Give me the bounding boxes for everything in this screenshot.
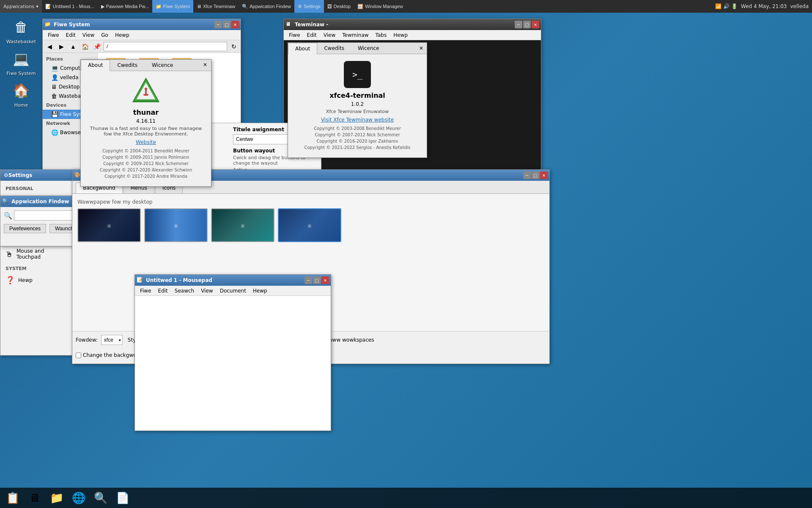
about-tab-cwedits[interactable]: Cwedits [110,60,144,71]
mousepad-close[interactable]: ✕ [321,276,329,284]
mp-hewp-menu[interactable]: Hewp [250,287,271,295]
term-menu-view[interactable]: View [320,31,339,39]
desktop-icon-home[interactable]: 🏠 Home [4,80,38,108]
change-bg-input[interactable] [76,353,81,358]
fileman-menu-fiwe[interactable]: Fiwe [44,31,63,39]
tb-pawowe-icon: ▶ [101,4,104,9]
mp-document[interactable]: Document [217,287,250,295]
about-tab-about[interactable]: About [81,60,110,71]
fm-bookmark-btn[interactable]: 📌 [92,41,102,52]
appearance-minimize[interactable]: ─ [523,171,531,179]
fm-home-btn[interactable]: 🏠 [80,41,90,52]
preferences-btn[interactable]: Pwefewences [4,224,46,233]
mp-fiwe[interactable]: Fiwe [137,287,155,295]
tb-pawowe-btn[interactable]: ▶ Pawowe Media Pw... [98,0,153,13]
fileman-close-btn[interactable]: ✕ [231,21,239,28]
trash-icon: 🗑 [51,93,57,99]
mp-edit[interactable]: Edit [155,287,171,295]
fm-forward-btn[interactable]: ▶ [56,41,66,52]
sidebar-desktop-label: Desktop [59,84,80,90]
thunar-copyright: Copyright © 2004-2011 Benedikt Meurer Co… [100,148,192,179]
mousepad-body[interactable] [135,296,331,431]
term-about-tab-cwedits[interactable]: Cwedits [317,43,351,54]
top-taskbar: Appwications ▾ 📝 Untitwed 1 - Mous... ▶ … [0,0,812,13]
dock-search[interactable]: 🔍 [91,489,110,507]
copyright-line-2: Copyright © 2009-2011 Jannis Pohlmann [100,154,192,160]
fileman-minimize-btn[interactable]: ─ [214,21,222,28]
tb-fiwe-btn[interactable]: 📁 Fiwe System [152,0,193,13]
fileman-maximize-btn[interactable]: □ [223,21,230,28]
mp-seawch[interactable]: Seawch [171,287,198,295]
terminal-prompt-icon: >_ [352,69,362,80]
term-about-close-btn[interactable]: ✕ [416,44,427,53]
term-menu-terminal[interactable]: Tewminaw [339,31,372,39]
fm-address-input[interactable] [104,42,227,51]
taskbar-datetime: Wed 4 May, 21:03 [741,3,787,9]
about-close-btn[interactable]: ✕ [201,61,209,69]
term-menu-hewp[interactable]: Hewp [390,31,411,39]
fm-up-btn[interactable]: ▲ [68,41,78,52]
appearance-close[interactable]: ✕ [540,171,548,179]
settings-hewp[interactable]: ❓ Hewp [0,273,82,287]
thunar-description: Thunaw is a fast and easy to use fiwe ma… [90,126,202,137]
terminal-close-btn[interactable]: ✕ [532,21,539,28]
wp3-dot [241,224,244,228]
thunar-app-icon [132,78,159,105]
applications-menu[interactable]: Appwications ▾ [0,0,42,13]
tb-term-btn[interactable]: 🖥 Xfce Tewminaw [193,0,239,13]
appfinder-title-icon: 🔍 [2,198,9,205]
term-menu-tabs[interactable]: Tabs [372,31,390,39]
desktop-icon-fiwe-system[interactable]: 💻 Fiwe System [4,49,38,76]
wallpaper-2[interactable] [144,208,208,242]
fm-back-btn[interactable]: ◀ [44,41,55,52]
term-menu-fiwe[interactable]: Fiwe [285,31,304,39]
fm-refresh-btn[interactable]: ↻ [229,41,239,52]
dock-terminal[interactable]: 🖥 [25,489,44,507]
term-menu-edit[interactable]: Edit [304,31,320,39]
fileman-menu-edit[interactable]: Edit [63,31,79,39]
fileman-menu-go[interactable]: Go [98,31,112,39]
about-tab-wicence[interactable]: Wicence [145,60,181,71]
tb-appfinder-btn[interactable]: 🔍 Appwication Findew [239,0,294,13]
mousepad-minimize[interactable]: ─ [304,276,312,284]
settings-mouse[interactable]: 🖱 Mouse andTouchpad [0,246,82,262]
thunar-website-link[interactable]: Website [136,139,156,145]
tray-icon-3: 🔋 [731,3,738,9]
dock-workspace-icon: 📋 [6,491,19,504]
taskbar-left: Appwications ▾ 📝 Untitwed 1 - Mous... ▶ … [0,0,406,13]
dock-workspace[interactable]: 📋 [3,489,22,507]
wallpaper-1[interactable] [77,208,141,242]
dock-fileman[interactable]: 📁 [47,489,66,507]
dock-browser[interactable]: 🌐 [69,489,88,507]
tb-desktop-icon: 🖼 [327,4,332,9]
terminal-maximize-btn[interactable]: □ [523,21,531,28]
tb-pawowe-label: Pawowe Media Pw... [106,4,149,9]
desktop-icon-wastebasket[interactable]: 🗑 Wastebasket [4,17,38,44]
dock-files[interactable]: 📄 [113,489,132,507]
fowdew-select[interactable]: xfce [101,335,123,345]
mp-view[interactable]: View [198,287,216,295]
fiwe-system-icon: 💻 [11,49,31,69]
fileman-title: Fiwe System [54,22,214,28]
fileman-menu-view[interactable]: View [79,31,98,39]
tb-winmgr-btn[interactable]: 🪟 Window Managew [354,0,406,13]
term-about-tab-wicence[interactable]: Wicence [351,43,386,54]
fileman-menu-hewp[interactable]: Hewp [112,31,133,39]
terminal-controls: ─ □ ✕ [515,21,539,28]
wallpaper-3[interactable] [211,208,274,242]
appearance-maximize[interactable]: □ [532,171,539,179]
fileman-controls: ─ □ ✕ [214,21,239,28]
tb-untitled-label: Untitwed 1 - Mous... [53,4,94,9]
personal-header: Personal [0,182,82,193]
tb-desktop-btn[interactable]: 🖼 Desktop [324,0,354,13]
term-about-tab-about[interactable]: About [288,43,317,54]
wallpaper-4[interactable] [278,208,341,242]
terminal-minimize-btn[interactable]: ─ [515,21,522,28]
copyright-line-1: Copyright © 2004-2011 Benedikt Meurer [100,148,192,154]
mousepad-maximize[interactable]: □ [313,276,321,284]
home-icon: 🏠 [11,80,31,101]
term-about-tabs: About Cwedits Wicence ✕ [288,43,427,54]
term-website-link[interactable]: Visit Xfce Tewminaw website [321,117,394,123]
tb-settings-btn[interactable]: ⚙ Settings [294,0,324,13]
tb-untitled-btn[interactable]: 📝 Untitwed 1 - Mous... [42,0,98,13]
